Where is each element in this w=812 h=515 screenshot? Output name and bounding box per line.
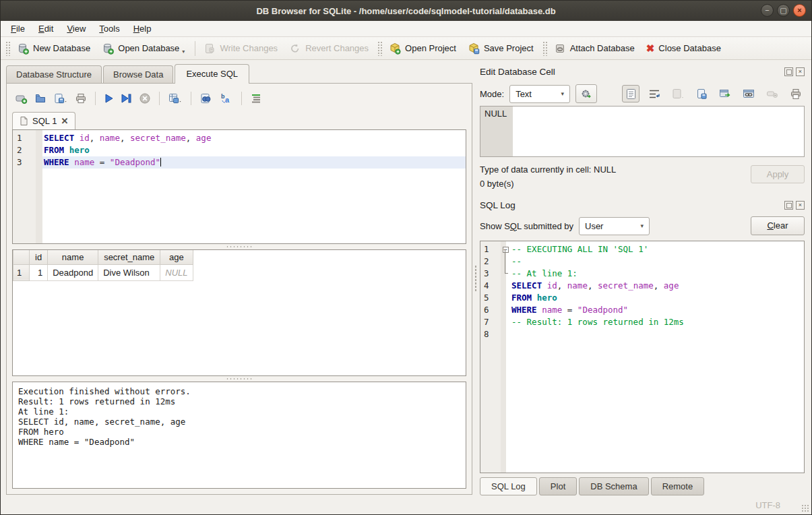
cell-editor[interactable]: NULL: [480, 106, 805, 157]
tab-remote[interactable]: Remote: [651, 477, 705, 495]
edit-cell-title: Edit Database Cell: [480, 67, 555, 77]
cell-age[interactable]: NULL: [160, 264, 193, 280]
tab-database-structure[interactable]: Database Structure: [6, 65, 102, 83]
sql-tab-1[interactable]: SQL 1 ✕: [12, 112, 75, 129]
sql-file-icon: [20, 116, 28, 126]
main-splitter[interactable]: [472, 60, 478, 496]
close-button[interactable]: ×: [793, 4, 806, 17]
toolbar-grip[interactable]: [377, 41, 382, 56]
window-title: DB Browser for SQLite - /home/user/code/…: [1, 6, 811, 16]
cell-name[interactable]: Deadpond: [48, 264, 98, 280]
find-button[interactable]: [199, 92, 213, 104]
open-database-button[interactable]: Open Database ▾: [97, 40, 191, 57]
word-wrap-button[interactable]: [646, 85, 663, 102]
save-results-button[interactable]: [168, 92, 183, 104]
new-database-button[interactable]: New Database: [12, 40, 97, 57]
tab-execute-sql[interactable]: Execute SQL: [175, 64, 249, 84]
cell-secret-name[interactable]: Dive Wilson: [98, 264, 160, 280]
maximize-button[interactable]: ▢: [777, 4, 790, 17]
new-database-label: New Database: [33, 43, 90, 53]
resize-grip[interactable]: [801, 504, 809, 512]
editor-results-splitter[interactable]: [12, 244, 466, 249]
column-header-secret-name[interactable]: secret_name: [98, 250, 160, 264]
mode-select[interactable]: Text ▾: [509, 85, 570, 103]
tab-plot[interactable]: Plot: [539, 477, 577, 495]
column-header-age[interactable]: age: [160, 250, 193, 264]
window-controls: − ▢ ×: [761, 4, 806, 17]
filter-label: Show SQL submitted by: [480, 221, 573, 231]
cell-id[interactable]: 1: [30, 264, 48, 280]
stop-button[interactable]: [139, 92, 151, 104]
write-changes-button[interactable]: Write Changes: [199, 40, 284, 57]
row-header[interactable]: 1: [13, 264, 30, 280]
menu-tools[interactable]: Tools: [93, 22, 125, 35]
menu-edit[interactable]: Edit: [32, 22, 59, 35]
splitter-grip: [226, 245, 253, 248]
menu-help[interactable]: Help: [127, 22, 158, 35]
dock-close-icon[interactable]: ×: [796, 201, 805, 210]
apply-button[interactable]: Apply: [751, 165, 805, 183]
open-database-dropdown-icon[interactable]: ▾: [182, 49, 185, 55]
results-header-row: id name secret_name age: [13, 250, 193, 264]
column-header-name[interactable]: name: [48, 250, 98, 264]
splitter-grip: [226, 377, 253, 380]
tab-browse-data[interactable]: Browse Data: [103, 65, 173, 83]
right-pane: Edit Database Cell × Mode: Text ▾: [478, 60, 811, 496]
menu-view[interactable]: View: [61, 22, 92, 35]
toolbar-grip[interactable]: [542, 41, 547, 56]
database-close-icon: ✖: [646, 43, 655, 53]
copy-link-button[interactable]: [740, 85, 757, 102]
dock-float-icon[interactable]: [784, 67, 793, 76]
format-sql-button[interactable]: [250, 93, 262, 104]
main-content: Database Structure Browse Data Execute S…: [1, 60, 811, 496]
titlebar[interactable]: DB Browser for SQLite - /home/user/code/…: [1, 1, 811, 21]
sql-log-filter-row: Show SQL submitted by User ▾ Clear: [480, 214, 805, 238]
export-cell-button[interactable]: [693, 85, 710, 102]
save-project-button[interactable]: Save Project: [463, 40, 540, 57]
revert-changes-button[interactable]: Revert Changes: [284, 40, 375, 57]
sql-log-dock-title: SQL Log ×: [480, 198, 805, 212]
execute-all-button[interactable]: [104, 93, 114, 104]
save-sql-file-button[interactable]: [53, 92, 68, 104]
edit-cell-dock-title: Edit Database Cell ×: [480, 64, 805, 79]
mode-label: Mode:: [480, 89, 504, 99]
auto-apply-button[interactable]: [575, 84, 597, 103]
dock-close-icon[interactable]: ×: [796, 67, 805, 76]
results-message-splitter[interactable]: [12, 376, 466, 382]
sql-tab-close-icon[interactable]: ✕: [61, 116, 68, 126]
import-cell-button[interactable]: [669, 85, 687, 102]
sql-tab-label: SQL 1: [32, 116, 57, 126]
new-sql-tab-button[interactable]: [15, 92, 28, 104]
open-sql-file-button[interactable]: [34, 92, 46, 104]
sql-log-view[interactable]: 1−-- EXECUTING ALL IN 'SQL 1'2--3-- At l…: [480, 241, 805, 473]
print-cell-button[interactable]: [787, 85, 805, 102]
autocomplete-button[interactable]: ba: [220, 92, 233, 104]
execution-message[interactable]: Execution finished without errors. Resul…: [12, 382, 466, 489]
submitted-by-select[interactable]: User ▾: [579, 217, 650, 235]
clear-button[interactable]: Clear: [751, 216, 805, 235]
results-grid[interactable]: id name secret_name age 1 1 Deadpond Div…: [12, 249, 466, 376]
set-null-button[interactable]: [763, 85, 781, 102]
attach-database-label: Attach Database: [570, 43, 635, 53]
text-mode-button[interactable]: [622, 85, 639, 102]
sql-editor[interactable]: 1SELECT id, name, secret_name, age2FROM …: [12, 129, 466, 244]
print-button[interactable]: [75, 92, 87, 104]
open-external-button[interactable]: [716, 85, 734, 102]
execute-line-button[interactable]: [121, 93, 132, 104]
close-database-button[interactable]: ✖ Close Database: [642, 40, 728, 56]
menu-file[interactable]: File: [5, 22, 31, 35]
write-changes-icon: [204, 42, 216, 55]
column-header-id[interactable]: id: [30, 250, 48, 264]
menubar: File Edit View Tools Help: [1, 21, 811, 37]
open-project-button[interactable]: Open Project: [384, 40, 463, 57]
dock-float-icon[interactable]: [784, 201, 793, 210]
minimize-button[interactable]: −: [761, 4, 774, 17]
project-open-icon: [389, 42, 401, 55]
toolbar-separator: [159, 92, 160, 105]
encoding-indicator[interactable]: UTF-8: [755, 500, 780, 510]
toolbar-grip[interactable]: [5, 41, 10, 56]
attach-database-button[interactable]: Attach Database: [549, 40, 642, 57]
tab-db-schema[interactable]: DB Schema: [579, 477, 648, 495]
edit-cell-toolbar: Mode: Text ▾: [480, 82, 805, 106]
tab-sql-log[interactable]: SQL Log: [480, 477, 537, 495]
